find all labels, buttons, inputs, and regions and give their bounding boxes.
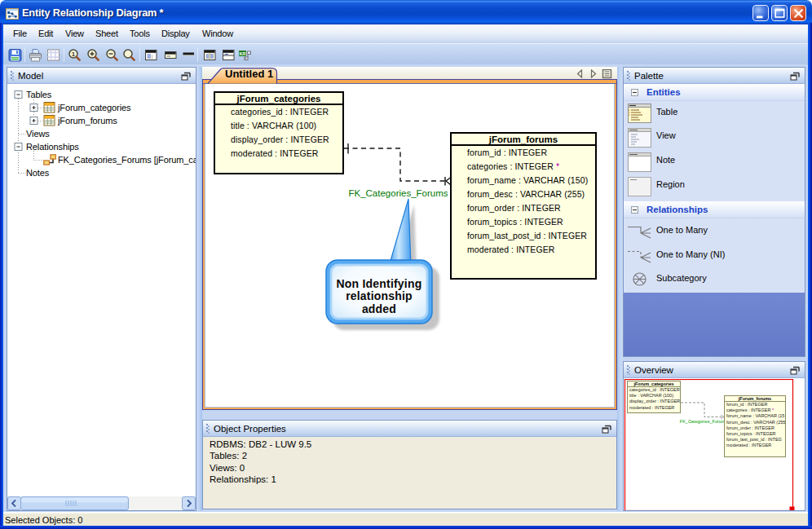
svg-text:added: added [362,302,396,315]
svg-text:FK_Categories_Forums: FK_Categories_Forums [348,188,448,198]
svg-text:1: 1 [72,51,76,58]
svg-text:Non Identifying: Non Identifying [337,277,422,290]
svg-text:KR: KR [240,51,246,56]
svg-text:relationship: relationship [346,289,413,302]
svg-text:FK_Categories_Forums: FK_Categories_Forums [680,419,728,424]
